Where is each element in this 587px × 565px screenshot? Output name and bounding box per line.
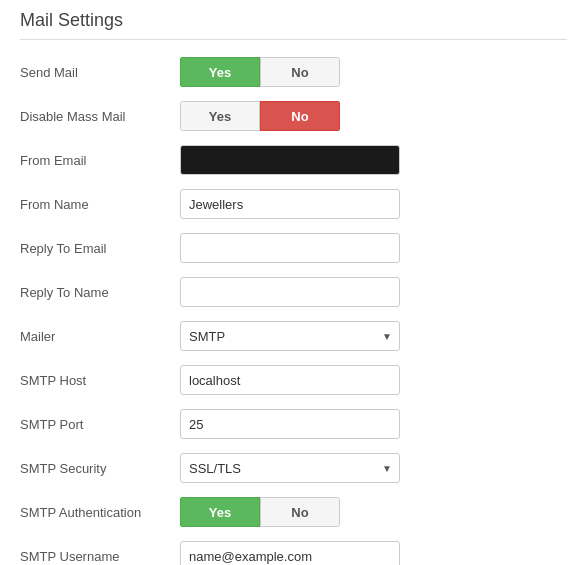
smtp-security-label: SMTP Security	[20, 461, 180, 476]
disable-mass-mail-toggle[interactable]: Yes No	[180, 101, 340, 131]
send-mail-label: Send Mail	[20, 65, 180, 80]
from-name-row: From Name	[20, 188, 567, 220]
smtp-auth-row: SMTP Authentication Yes No	[20, 496, 567, 528]
smtp-auth-no-btn[interactable]: No	[260, 497, 340, 527]
mailer-select-wrapper: SMTP Sendmail Mail ▼	[180, 321, 400, 351]
from-name-input[interactable]	[180, 189, 400, 219]
smtp-host-row: SMTP Host	[20, 364, 567, 396]
disable-mass-mail-row: Disable Mass Mail Yes No	[20, 100, 567, 132]
disable-mass-mail-yes-btn[interactable]: Yes	[180, 101, 260, 131]
from-email-row: From Email	[20, 144, 567, 176]
smtp-auth-toggle[interactable]: Yes No	[180, 497, 340, 527]
smtp-auth-yes-btn[interactable]: Yes	[180, 497, 260, 527]
reply-to-email-row: Reply To Email	[20, 232, 567, 264]
mailer-select[interactable]: SMTP Sendmail Mail	[180, 321, 400, 351]
smtp-security-select[interactable]: SSL/TLS STARTTLS None	[180, 453, 400, 483]
mailer-row: Mailer SMTP Sendmail Mail ▼	[20, 320, 567, 352]
smtp-username-label: SMTP Username	[20, 549, 180, 564]
send-mail-no-btn[interactable]: No	[260, 57, 340, 87]
reply-to-name-label: Reply To Name	[20, 285, 180, 300]
reply-to-email-label: Reply To Email	[20, 241, 180, 256]
disable-mass-mail-no-btn[interactable]: No	[260, 101, 340, 131]
send-mail-row: Send Mail Yes No	[20, 56, 567, 88]
smtp-security-row: SMTP Security SSL/TLS STARTTLS None ▼	[20, 452, 567, 484]
from-email-label: From Email	[20, 153, 180, 168]
smtp-auth-label: SMTP Authentication	[20, 505, 180, 520]
smtp-port-row: SMTP Port	[20, 408, 567, 440]
smtp-port-input[interactable]	[180, 409, 400, 439]
send-mail-toggle[interactable]: Yes No	[180, 57, 340, 87]
smtp-host-input[interactable]	[180, 365, 400, 395]
smtp-port-label: SMTP Port	[20, 417, 180, 432]
smtp-username-row: SMTP Username	[20, 540, 567, 565]
reply-to-name-input[interactable]	[180, 277, 400, 307]
smtp-username-input[interactable]	[180, 541, 400, 565]
from-email-masked	[180, 145, 400, 175]
disable-mass-mail-label: Disable Mass Mail	[20, 109, 180, 124]
reply-to-name-row: Reply To Name	[20, 276, 567, 308]
smtp-security-select-wrapper: SSL/TLS STARTTLS None ▼	[180, 453, 400, 483]
reply-to-email-input[interactable]	[180, 233, 400, 263]
smtp-host-label: SMTP Host	[20, 373, 180, 388]
from-name-label: From Name	[20, 197, 180, 212]
page-title: Mail Settings	[20, 10, 567, 40]
mailer-label: Mailer	[20, 329, 180, 344]
send-mail-yes-btn[interactable]: Yes	[180, 57, 260, 87]
